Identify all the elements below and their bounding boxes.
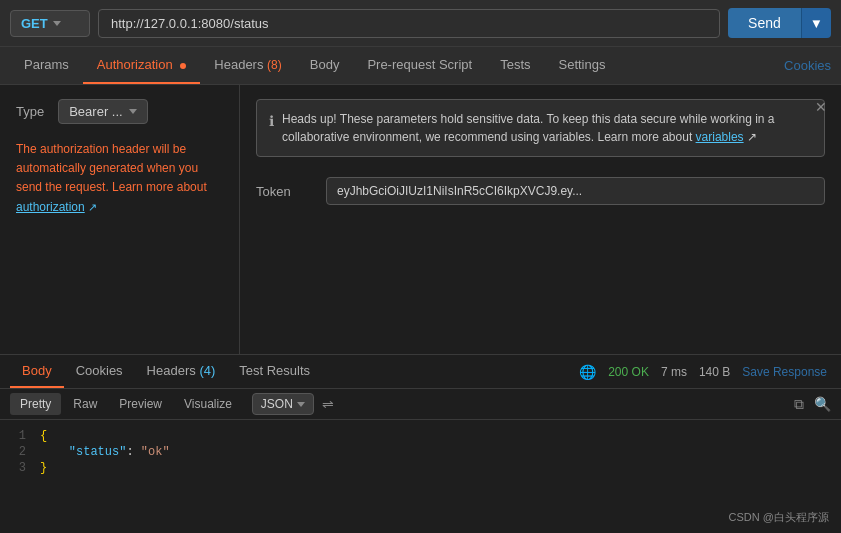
globe-icon: 🌐 [579, 364, 596, 380]
cookies-link[interactable]: Cookies [784, 48, 831, 83]
code-line-3: 3 } [0, 460, 841, 476]
status-ok: 200 OK [608, 365, 649, 379]
right-panel: ✕ ℹ Heads up! These parameters hold sens… [240, 85, 841, 354]
type-label: Type [16, 104, 44, 119]
format-select[interactable]: JSON [252, 393, 314, 415]
send-btn-group: Send ▼ [728, 8, 831, 38]
send-button[interactable]: Send [728, 8, 801, 38]
copy-icon[interactable]: ⧉ [794, 396, 804, 413]
tab-response-cookies[interactable]: Cookies [64, 355, 135, 388]
tab-settings[interactable]: Settings [545, 47, 620, 84]
bottom-tabs-bar: Body Cookies Headers (4) Test Results 🌐 … [0, 355, 841, 389]
method-select[interactable]: GET [10, 10, 90, 37]
watermark: CSDN @白头程序源 [729, 510, 829, 525]
tab-authorization[interactable]: Authorization [83, 47, 201, 84]
info-banner: ℹ Heads up! These parameters hold sensit… [256, 99, 825, 157]
bottom-panel: Body Cookies Headers (4) Test Results 🌐 … [0, 355, 841, 484]
auth-description: The authorization header will be automat… [16, 140, 223, 217]
variables-link[interactable]: variables [696, 130, 744, 144]
chevron-down-icon [297, 402, 305, 407]
info-link-arrow: ↗ [747, 130, 757, 144]
tab-params[interactable]: Params [10, 47, 83, 84]
tabs-bar: Params Authorization Headers (8) Body Pr… [0, 47, 841, 85]
chevron-down-icon: ▼ [810, 16, 823, 31]
info-icon: ℹ [269, 111, 274, 132]
authorization-link[interactable]: authorization [16, 200, 85, 214]
search-icon[interactable]: 🔍 [814, 396, 831, 412]
status-time: 7 ms [661, 365, 687, 379]
tab-headers[interactable]: Headers (8) [200, 47, 295, 84]
chevron-down-icon [53, 21, 61, 26]
token-label: Token [256, 184, 306, 199]
method-label: GET [21, 16, 48, 31]
type-value: Bearer ... [69, 104, 122, 119]
status-info: 🌐 200 OK 7 ms 140 B Save Response [579, 364, 831, 380]
token-input[interactable] [326, 177, 825, 205]
send-dropdown-button[interactable]: ▼ [801, 8, 831, 38]
save-response-button[interactable]: Save Response [742, 365, 827, 379]
type-select[interactable]: Bearer ... [58, 99, 147, 124]
main-content: Type Bearer ... The authorization header… [0, 85, 841, 355]
tab-test-results[interactable]: Test Results [227, 355, 322, 388]
view-tab-raw[interactable]: Raw [63, 393, 107, 415]
banner-close-icon[interactable]: ✕ [815, 99, 827, 115]
arrow-icon: ↗ [88, 201, 97, 213]
format-label: JSON [261, 397, 293, 411]
tab-body[interactable]: Body [296, 47, 354, 84]
code-area: 1 { 2 "status": "ok" 3 } [0, 420, 841, 484]
code-line-2: 2 "status": "ok" [0, 444, 841, 460]
tab-prerequest[interactable]: Pre-request Script [353, 47, 486, 84]
type-row: Type Bearer ... [16, 99, 223, 124]
top-bar: GET Send ▼ [0, 0, 841, 47]
view-tab-visualize[interactable]: Visualize [174, 393, 242, 415]
view-tab-pretty[interactable]: Pretty [10, 393, 61, 415]
tab-response-body[interactable]: Body [10, 355, 64, 388]
tab-tests[interactable]: Tests [486, 47, 544, 84]
code-line-1: 1 { [0, 428, 841, 444]
view-tabs-bar: Pretty Raw Preview Visualize JSON ⇌ ⧉ 🔍 [0, 389, 841, 420]
wrap-icon[interactable]: ⇌ [322, 396, 334, 412]
chevron-down-icon [129, 109, 137, 114]
left-panel: Type Bearer ... The authorization header… [0, 85, 240, 354]
token-row: Token [256, 177, 825, 205]
authorization-dot [180, 63, 186, 69]
view-tab-preview[interactable]: Preview [109, 393, 172, 415]
url-input[interactable] [98, 9, 720, 38]
status-size: 140 B [699, 365, 730, 379]
tab-response-headers[interactable]: Headers (4) [135, 355, 228, 388]
